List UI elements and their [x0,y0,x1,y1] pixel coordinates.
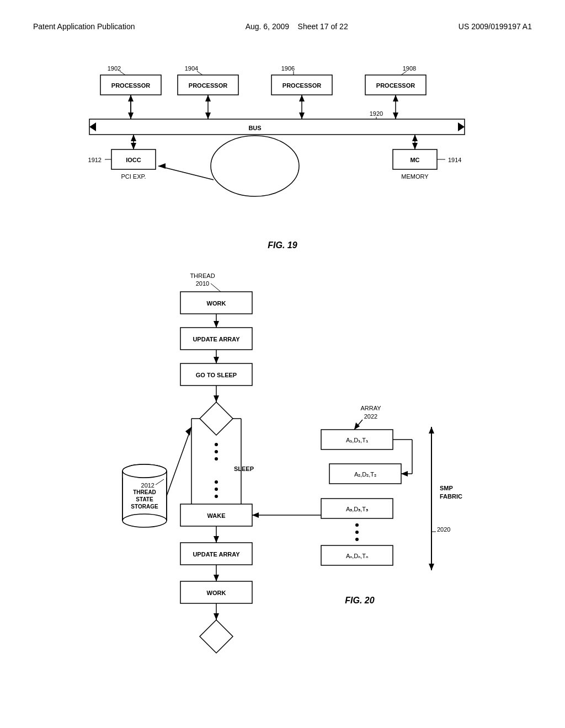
svg-text:1914: 1914 [448,157,461,163]
svg-marker-28 [205,95,211,101]
fig19-caption: FIG. 19 [33,240,532,250]
svg-text:MC: MC [410,157,419,163]
svg-marker-33 [393,113,398,119]
svg-text:2010: 2010 [196,280,209,287]
svg-point-131 [355,538,359,541]
svg-text:SLEEP: SLEEP [234,465,254,472]
svg-marker-138 [429,564,434,570]
svg-text:2022: 2022 [364,413,377,420]
svg-line-3 [120,71,125,75]
header-right: US 2009/0199197 A1 [459,22,532,31]
svg-point-43 [211,136,299,196]
svg-text:THREAD: THREAD [133,489,156,495]
svg-marker-124 [401,471,408,477]
svg-text:PROCESSOR: PROCESSOR [282,82,321,89]
svg-marker-51 [412,143,418,149]
svg-text:PCI EXP.: PCI EXP. [121,173,146,180]
svg-marker-60 [214,321,219,328]
fig19-diagram: PROCESSOR 1902 PROCESSOR 1904 PROCESSOR … [84,47,481,235]
svg-text:1920: 1920 [370,110,383,117]
svg-text:A₃,D₃,T₃: A₃,D₃,T₃ [346,506,368,512]
svg-text:BUS: BUS [248,125,261,131]
svg-point-76 [215,495,218,498]
svg-text:2020: 2020 [437,526,450,533]
svg-text:2012: 2012 [141,482,154,489]
svg-text:SMP: SMP [440,485,453,491]
svg-marker-52 [412,135,418,141]
svg-line-56 [211,283,221,292]
svg-line-7 [197,71,202,75]
svg-text:A₂,D₂,T₂: A₂,D₂,T₂ [354,471,376,478]
svg-text:IOCC: IOCC [126,157,141,163]
fig20-diagram: THREAD 2010 WORK UPDATE ARRAY GO TO SLEE… [84,261,481,714]
svg-text:STORAGE: STORAGE [131,504,158,510]
svg-text:1908: 1908 [403,65,416,72]
svg-marker-41 [131,135,136,141]
svg-text:1906: 1906 [281,65,295,72]
svg-marker-99 [200,620,233,653]
header-center: Aug. 6, 2009 Sheet 17 of 22 [246,22,348,31]
svg-marker-69 [200,402,233,435]
header-left: Patent Application Publication [33,22,135,31]
svg-text:UPDATE ARRAY: UPDATE ARRAY [193,551,240,558]
svg-line-44 [158,166,214,180]
svg-text:FIG. 20: FIG. 20 [345,596,374,605]
svg-text:WORK: WORK [207,590,226,596]
svg-point-130 [355,531,359,534]
svg-text:1904: 1904 [185,65,198,72]
svg-marker-88 [252,512,259,518]
svg-text:Aₙ,Dₙ,Tₙ: Aₙ,Dₙ,Tₙ [346,553,368,559]
svg-text:1912: 1912 [88,157,102,163]
svg-marker-25 [128,95,134,101]
svg-text:ARRAY: ARRAY [360,405,381,411]
svg-marker-98 [214,613,219,620]
svg-text:PROCESSOR: PROCESSOR [189,82,227,89]
svg-text:PROCESSOR: PROCESSOR [376,82,415,89]
svg-marker-34 [393,95,398,101]
svg-marker-68 [214,395,219,402]
svg-line-15 [401,71,407,75]
svg-text:A₁,D₁,T₁: A₁,D₁,T₁ [346,437,368,443]
svg-text:STATE: STATE [136,496,153,502]
svg-marker-45 [158,163,166,169]
svg-text:PROCESSOR: PROCESSOR [111,82,150,89]
svg-text:UPDATE ARRAY: UPDATE ARRAY [193,336,240,342]
svg-marker-24 [128,113,134,119]
svg-text:THREAD: THREAD [190,272,215,279]
page-header: Patent Application Publication Aug. 6, 2… [33,22,532,31]
svg-point-71 [215,450,218,453]
svg-text:MEMORY: MEMORY [401,173,429,180]
svg-marker-31 [299,95,305,101]
svg-text:WAKE: WAKE [207,512,226,519]
page: Patent Application Publication Aug. 6, 2… [0,0,565,728]
svg-marker-27 [205,113,211,119]
svg-rect-16 [89,119,465,135]
svg-point-72 [215,457,218,461]
svg-text:1902: 1902 [108,65,121,72]
svg-marker-30 [299,113,305,119]
svg-point-70 [215,443,218,446]
svg-point-107 [122,464,167,478]
svg-marker-64 [214,357,219,363]
svg-marker-40 [131,143,136,149]
svg-line-101 [156,479,164,485]
svg-point-105 [122,514,167,527]
svg-point-74 [215,480,218,484]
svg-point-129 [355,523,359,527]
svg-marker-94 [214,575,219,581]
svg-line-113 [167,427,191,496]
svg-marker-137 [429,427,434,433]
svg-text:FABRIC: FABRIC [440,493,462,500]
svg-text:GO TO SLEEP: GO TO SLEEP [196,372,237,378]
svg-text:WORK: WORK [207,300,226,307]
svg-point-75 [215,488,218,491]
svg-marker-90 [214,536,219,543]
